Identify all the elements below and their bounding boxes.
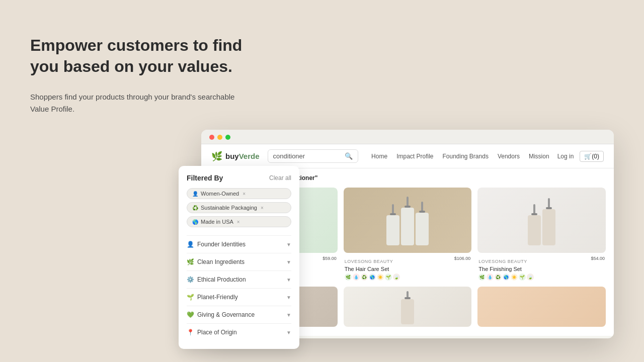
filter-section-giving: 💚 Giving & Governance ▼ xyxy=(187,306,291,323)
search-bar[interactable]: 🔍 xyxy=(268,149,359,163)
filter-section-clean-row[interactable]: 🌿 Clean Ingredients ▼ xyxy=(187,258,291,265)
made-in-usa-icon: 🌎 xyxy=(192,219,198,225)
filter-section-giving-row[interactable]: 💚 Giving & Governance ▼ xyxy=(187,311,291,318)
product-card-2: LOVESONG BEAUTY $106.00 The Hair Care Se… xyxy=(344,188,472,281)
icon-extra-2: 🍃 xyxy=(393,274,400,281)
filter-overlay: Filtered By Clear all 👤 Women-Owned × ♻️… xyxy=(179,166,299,349)
filter-section-clean: 🌿 Clean Ingredients ▼ xyxy=(187,253,291,270)
bottle-pump-4 xyxy=(407,197,409,207)
bottle-10 xyxy=(401,291,414,324)
dot-yellow xyxy=(217,135,222,140)
filter-section-ethical: ⚙️ Ethical Production ▼ xyxy=(187,270,291,288)
bottle-body-7 xyxy=(542,209,555,245)
filter-by-label: Filtered By xyxy=(187,174,223,182)
nav-vendors[interactable]: Vendors xyxy=(498,153,520,160)
icon-leaf-2: 🌿 xyxy=(345,274,352,281)
bottle-pump-6 xyxy=(533,204,535,214)
icon-leaf-3: 🌿 xyxy=(478,274,486,281)
bottle-3 xyxy=(386,204,399,245)
product-icons-3: 🌿 💧 ♻️ 🌎 ☀️ 🌱 🍃 xyxy=(478,274,605,281)
filter-tags: 👤 Women-Owned × ♻️ Sustainable Packaging… xyxy=(187,188,291,227)
price-1: $59.00 xyxy=(323,256,337,261)
icon-drop-3: 💧 xyxy=(487,274,494,281)
logo-area: 🌿 buyVerde xyxy=(211,151,260,162)
logo-text: buyVerde xyxy=(225,152,260,160)
nav-impact-profile[interactable]: Impact Profile xyxy=(396,153,433,160)
bottle-7 xyxy=(542,198,555,245)
filter-section-planet-row[interactable]: 🌱 Planet-Friendly ▼ xyxy=(187,294,291,301)
filter-section-founder-row[interactable]: 👤 Founder Identities ▼ xyxy=(187,241,291,248)
filter-tag-made-in-usa[interactable]: 🌎 Made in USA × xyxy=(187,216,291,227)
filter-clean-label: 🌿 Clean Ingredients xyxy=(187,258,245,265)
icon-extra-3: 🍃 xyxy=(527,274,534,281)
icon-plant-2: 🌱 xyxy=(385,274,392,281)
giving-chevron-icon: ▼ xyxy=(286,312,291,318)
filter-tag-women-owned[interactable]: 👤 Women-Owned × xyxy=(187,188,291,199)
product-image-3 xyxy=(477,188,606,253)
planet-icon: 🌱 xyxy=(187,294,194,301)
planet-chevron-icon: ▼ xyxy=(286,295,291,300)
bottle-5 xyxy=(416,202,429,245)
icon-recycle-2: ♻️ xyxy=(361,274,368,281)
nav-home[interactable]: Home xyxy=(371,153,387,160)
sub-text: Shoppers find your products through your… xyxy=(30,91,252,115)
brand-name-3: LOVESONG BEAUTY xyxy=(478,259,527,264)
clean-chevron-icon: ▼ xyxy=(286,259,291,265)
bottle-pump-3 xyxy=(392,204,394,214)
icon-sun-2: ☀️ xyxy=(377,274,384,281)
logo-leaf-icon: 🌿 xyxy=(211,151,222,162)
bottle-4 xyxy=(401,197,414,245)
sustainable-remove[interactable]: × xyxy=(261,205,264,211)
clean-icon: 🌿 xyxy=(187,258,194,265)
price-2: $106.00 xyxy=(454,256,471,261)
nav-founding-brands[interactable]: Founding Brands xyxy=(442,153,488,160)
ethical-chevron-icon: ▼ xyxy=(286,277,291,283)
clear-all-button[interactable]: Clear all xyxy=(269,174,291,182)
filter-ethical-label: ⚙️ Ethical Production xyxy=(187,276,246,283)
nav-links: Home Impact Profile Founding Brands Vend… xyxy=(371,153,549,160)
product-card-3: LOVESONG BEAUTY $54.00 The Finishing Set… xyxy=(477,188,606,281)
giving-icon: 💚 xyxy=(187,311,194,318)
bottle-group-3 xyxy=(528,195,555,245)
product-meta-3: LOVESONG BEAUTY $54.00 The Finishing Set… xyxy=(477,256,606,281)
left-content: Empower customers to find you based on y… xyxy=(30,35,252,115)
women-owned-icon: 👤 xyxy=(192,191,198,197)
login-link[interactable]: Log in xyxy=(557,153,574,160)
main-heading: Empower customers to find you based on y… xyxy=(30,35,252,77)
search-input[interactable] xyxy=(273,152,342,160)
women-owned-label: Women-Owned xyxy=(201,191,239,197)
made-in-usa-remove[interactable]: × xyxy=(237,219,240,225)
bottle-group-5 xyxy=(401,289,414,324)
bottle-pump-7 xyxy=(548,198,550,208)
product-card-5 xyxy=(344,287,472,327)
search-icon[interactable]: 🔍 xyxy=(345,152,353,160)
filter-overlay-header: Filtered By Clear all xyxy=(187,174,291,182)
filter-origin-label: 📍 Place of Origin xyxy=(187,329,237,336)
nav-actions: Log in 🛒(0) xyxy=(557,151,604,162)
filter-section-origin: 📍 Place of Origin ▼ xyxy=(187,323,291,341)
bottle-body-3 xyxy=(386,215,399,245)
dot-red xyxy=(209,135,214,140)
nav-mission[interactable]: Mission xyxy=(529,153,549,160)
product-card-6 xyxy=(477,287,606,327)
icon-sun-3: ☀️ xyxy=(511,274,518,281)
browser-chrome xyxy=(201,130,614,144)
made-in-usa-label: Made in USA xyxy=(201,219,233,225)
filter-section-origin-row[interactable]: 📍 Place of Origin ▼ xyxy=(187,329,291,336)
filter-giving-label: 💚 Giving & Governance xyxy=(187,311,255,318)
bottle-body-6 xyxy=(528,215,541,245)
dot-green-dot xyxy=(225,135,230,140)
icon-recycle-3: ♻️ xyxy=(495,274,502,281)
filter-planet-label: 🌱 Planet-Friendly xyxy=(187,294,238,301)
filter-section-ethical-row[interactable]: ⚙️ Ethical Production ▼ xyxy=(187,276,291,283)
women-owned-remove[interactable]: × xyxy=(243,191,246,197)
bottle-body-5 xyxy=(416,213,429,245)
founder-icon: 👤 xyxy=(187,241,194,248)
bottle-group-2 xyxy=(386,195,429,245)
cart-button[interactable]: 🛒(0) xyxy=(580,151,604,162)
filter-tag-sustainable[interactable]: ♻️ Sustainable Packaging × xyxy=(187,202,291,213)
bottle-6 xyxy=(528,204,541,245)
browser-dots xyxy=(209,135,606,140)
filter-section-founder: 👤 Founder Identities ▼ xyxy=(187,235,291,253)
bottle-body-4 xyxy=(401,208,414,245)
